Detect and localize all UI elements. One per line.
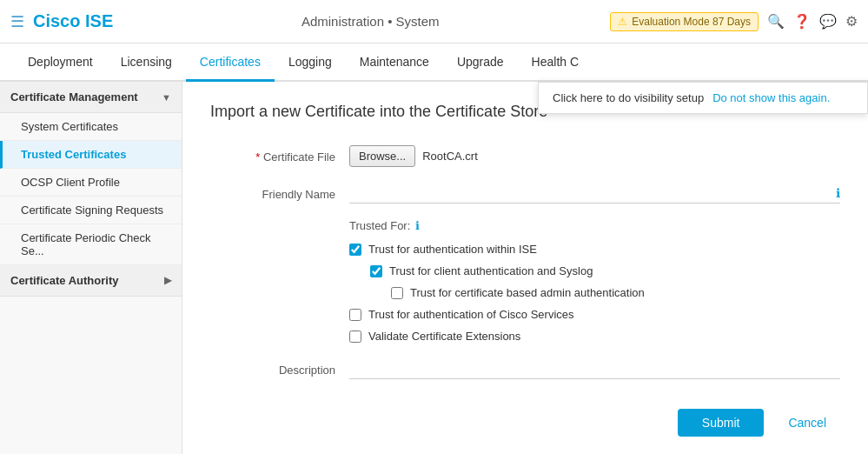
tab-health[interactable]: Health C [518,44,593,82]
form-content: Import a new Certificate into the Certif… [182,82,868,391]
friendly-name-label: Friendly Name [210,183,349,201]
search-icon[interactable]: 🔍 [767,13,785,30]
tab-logging[interactable]: Logging [275,44,346,82]
sidebar-item-cert-periodic[interactable]: Certificate Periodic Check Se... [0,224,182,265]
checkbox-validate-ext[interactable] [349,330,361,343]
description-field [349,358,840,379]
main-layout: Certificate Management ▼ System Certific… [0,82,868,454]
checkbox-cisco-services-label: Trust for authentication of Cisco Servic… [368,308,574,321]
file-name-display: RootCA.crt [422,150,478,163]
content-area: Import a new Certificate into the Certif… [182,82,868,454]
cert-file-field: Browse... RootCA.crt [349,145,840,167]
sidebar-item-csr[interactable]: Certificate Signing Requests [0,197,182,224]
warning-icon: ⚠ [618,16,627,28]
friendly-name-row: Friendly Name ℹ [210,183,840,204]
checkbox-ise-auth[interactable] [349,244,361,256]
browse-button[interactable]: Browse... [349,145,415,167]
chevron-down-icon: ▼ [162,92,171,103]
checkbox-group: Trust for authentication within ISE Trus… [349,243,840,343]
chat-icon[interactable]: 💬 [819,13,837,30]
tab-licensing[interactable]: Licensing [107,44,186,82]
description-input[interactable] [349,358,840,379]
checkbox-ise-auth-label: Trust for authentication within ISE [368,243,537,256]
eval-badge[interactable]: ⚠ Evaluation Mode 87 Days [610,12,759,31]
checkbox-admin-auth-label: Trust for certificate based admin authen… [410,286,645,299]
friendly-name-field: ℹ [349,183,840,204]
header: ☰ Cisco ISE Administration • System ⚠ Ev… [0,0,868,43]
chevron-right-icon: ▶ [164,275,171,286]
trusted-for-info-icon[interactable]: ℹ [415,219,420,232]
friendly-name-input[interactable] [349,183,840,204]
cancel-button[interactable]: Cancel [774,409,840,437]
cert-mgmt-section[interactable]: Certificate Management ▼ [0,82,182,113]
trusted-for-row: Trusted For: ℹ Trust for authentication … [210,219,840,343]
tooltip-text: Click here to do visibility setup [553,91,704,104]
checkbox-admin-auth[interactable] [391,287,403,299]
form-footer: Submit Cancel [182,391,868,454]
trusted-for-heading: Trusted For: ℹ [349,219,840,232]
sidebar-item-ocsp[interactable]: OCSP Client Profile [0,169,182,197]
header-actions: ⚠ Evaluation Mode 87 Days 🔍 ❓ 💬 ⚙ [610,12,858,31]
tab-upgrade[interactable]: Upgrade [443,44,518,82]
cert-mgmt-label: Certificate Management [10,90,138,103]
tab-deployment[interactable]: Deployment [14,44,107,82]
checkbox-row-admin-auth: Trust for certificate based admin authen… [391,286,840,299]
settings-icon[interactable]: ⚙ [845,13,858,30]
checkbox-row-ise-auth: Trust for authentication within ISE [349,243,840,256]
description-row: Description [210,358,840,379]
cert-authority-label: Certificate Authority [10,274,118,287]
app-logo: Cisco ISE [33,11,113,31]
cert-file-label: * Certificate File [210,145,349,164]
tab-certificates[interactable]: Certificates [186,44,275,82]
trusted-for-field: Trusted For: ℹ Trust for authentication … [349,219,840,343]
sidebar-item-trusted-certs[interactable]: Trusted Certificates [0,141,182,169]
checkbox-client-auth[interactable] [370,265,382,277]
description-label: Description [210,358,349,377]
checkbox-row-cisco-services: Trust for authentication of Cisco Servic… [349,308,840,321]
checkbox-validate-ext-label: Validate Certificate Extensions [368,330,520,343]
nav-tabs: Deployment Licensing Certificates Loggin… [0,43,868,82]
checkbox-row-validate-ext: Validate Certificate Extensions [349,330,840,343]
sidebar-item-system-certs[interactable]: System Certificates [0,113,182,141]
visibility-tooltip: Click here to do visibility setup Do not… [538,82,868,114]
checkbox-client-auth-label: Trust for client authentication and Sysl… [389,264,593,277]
no-show-link[interactable]: Do not show this again. [712,91,830,104]
cert-file-row: * Certificate File Browse... RootCA.crt [210,145,840,167]
page-title-header: Administration • System [301,14,440,29]
tab-maintenance[interactable]: Maintenance [346,44,443,82]
submit-button[interactable]: Submit [678,409,765,437]
checkbox-row-client-auth: Trust for client authentication and Sysl… [370,264,840,277]
cert-authority-section[interactable]: Certificate Authority ▶ [0,265,182,297]
trusted-for-label [210,219,349,224]
help-icon[interactable]: ❓ [793,13,811,30]
sidebar: Certificate Management ▼ System Certific… [0,82,182,454]
hamburger-icon[interactable]: ☰ [10,12,24,31]
checkbox-cisco-services[interactable] [349,309,361,321]
friendly-name-info-icon[interactable]: ℹ [836,186,840,200]
